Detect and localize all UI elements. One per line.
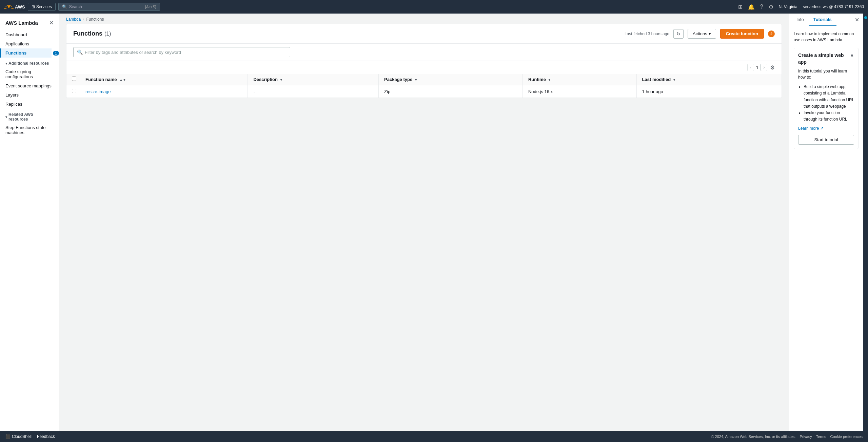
top-navigation: AWS ⊞ Services 🔍 [Alt+S] ⊞ 🔔 ? ⚙ N. Virg… [0,0,868,14]
gear-icon[interactable]: ⚙ [769,4,773,10]
th-description-label: Description [253,77,278,82]
services-button[interactable]: ⊞ Services [28,3,56,11]
main-content: Lambda › Functions Functions (1) Last fe… [59,14,789,431]
table-settings-button[interactable]: ⚙ [770,64,775,71]
th-last-modified-label: Last modified [642,77,671,82]
select-all-checkbox[interactable] [72,77,76,81]
th-select-all [66,74,80,85]
notification-badge[interactable]: 2 [768,30,775,37]
table-toolbar: ‹ 1 › ⚙ [66,61,782,74]
breadcrumb-separator: › [83,17,84,22]
create-function-button[interactable]: Create function [720,29,764,39]
actions-chevron-icon: ▾ [709,31,711,36]
related-resources-section[interactable]: ▾ Related AWS resources [0,109,59,123]
functions-count: (1) [104,31,111,37]
tutorial-desc: In this tutorial you will learn how to: [798,68,854,80]
functions-header-right: Last fetched 3 hours ago ↻ Actions ▾ Cre… [625,29,775,39]
start-tutorial-button[interactable]: Start tutorial [798,135,854,145]
th-last-modified[interactable]: Last modified ▼ [636,74,782,85]
chevron-down-icon-2: ▾ [5,115,7,119]
privacy-link[interactable]: Privacy [800,435,812,439]
refresh-button[interactable]: ↻ [673,29,684,39]
pagination-prev-button[interactable]: ‹ [747,64,754,71]
th-description[interactable]: Description ▼ [248,74,379,85]
pagination-next-button[interactable]: › [761,64,767,71]
sidebar-item-functions[interactable]: Functions [0,48,52,58]
tutorial-card-header: Create a simple web app ∧ [798,52,854,65]
right-panel-body: Learn how to implement common use cases … [789,26,863,431]
apps-icon[interactable]: ⊞ [738,4,743,10]
feedback-button[interactable]: Feedback [37,434,55,439]
right-panel-close-button[interactable]: ✕ [853,15,861,24]
sidebar: AWS Lambda ✕ Dashboard Applications Func… [0,14,59,431]
function-name-link[interactable]: resize-image [85,89,111,94]
terminal-icon: ⬛ [5,434,11,439]
filter-description-icon: ▼ [280,78,283,82]
terms-link[interactable]: Terms [816,435,826,439]
global-search[interactable]: 🔍 [Alt+S] [58,3,160,11]
th-package-type[interactable]: Package type ▼ [379,74,523,85]
sidebar-item-applications[interactable]: Applications [0,39,59,48]
question-icon[interactable]: ? [760,4,763,10]
pagination-current: 1 [756,65,758,70]
sidebar-header: AWS Lambda ✕ [0,18,59,30]
search-icon: 🔍 [62,4,67,9]
filter-runtime-icon: ▼ [548,78,551,82]
sidebar-close-button[interactable]: ✕ [49,20,54,26]
tutorial-card-collapse-button[interactable]: ∧ [850,52,854,59]
breadcrumb: Lambda › Functions [59,14,789,24]
row-description-cell: - [248,85,379,98]
breadcrumb-functions: Functions [86,17,104,22]
actions-button[interactable]: Actions ▾ [688,29,716,39]
bell-icon[interactable]: 🔔 [748,4,755,10]
aws-logo-text: AWS [15,4,25,9]
tab-info[interactable]: Info [792,14,809,26]
sort-function-name-icon: ▲▼ [119,78,126,82]
sidebar-item-layers[interactable]: Layers [0,90,59,100]
services-label: Services [36,4,52,9]
filter-input[interactable] [85,50,287,55]
sidebar-item-dashboard[interactable]: Dashboard [0,30,59,39]
cloudshell-button[interactable]: ⬛ CloudShell [5,434,32,439]
additional-resources-section[interactable]: ▾ Additional resources [0,58,59,67]
th-function-name[interactable]: Function name ▲▼ [80,74,248,85]
functions-title: Functions [73,30,102,37]
nav-right: ⊞ 🔔 ? ⚙ N. Virginia serverless-ws @ 4783… [738,4,864,10]
th-runtime[interactable]: Runtime ▼ [522,74,636,85]
bottom-bar: ⬛ CloudShell Feedback © 2024, Amazon Web… [0,431,868,442]
side-tray-indicator[interactable] [864,16,867,19]
external-link-icon: ↗ [820,126,824,131]
cloudshell-label: CloudShell [12,434,32,439]
sidebar-item-event-source[interactable]: Event source mappings [0,81,59,90]
tutorial-bullet-2: Invoke your function through its functio… [804,110,854,123]
row-checkbox-cell [66,85,80,98]
cookie-preferences-link[interactable]: Cookie preferences [830,435,863,439]
right-panel: Info Tutorials ✕ Learn how to implement … [789,14,863,431]
tutorial-card: Create a simple web app ∧ In this tutori… [794,48,859,149]
sidebar-item-replicas[interactable]: Replicas [0,100,59,109]
table-row: resize-image - Zip Node.js 16.x 1 hour a… [66,85,782,98]
functions-badge: 1 [53,51,59,56]
filter-modified-icon: ▼ [673,78,676,82]
row-package-type-cell: Zip [379,85,523,98]
search-input[interactable] [69,4,143,9]
right-panel-intro: Learn how to implement common use cases … [794,31,859,43]
grid-icon: ⊞ [32,4,35,9]
tab-tutorials[interactable]: Tutorials [809,14,836,26]
region-selector[interactable]: N. Virginia [779,4,797,9]
filter-input-wrap[interactable]: 🔍 [73,47,290,57]
copyright-text: © 2024, Amazon Web Services, Inc. or its… [711,435,795,439]
tutorial-bullet-1: Build a simple web app, consisting of a … [804,84,854,110]
th-function-name-label: Function name [85,77,117,82]
row-checkbox[interactable] [72,89,76,93]
sidebar-item-step-functions[interactable]: Step Functions state machines [0,123,59,137]
th-runtime-label: Runtime [528,77,546,82]
learn-more-link[interactable]: Learn more ↗ [798,126,854,131]
pagination-controls: ‹ 1 › [747,64,767,71]
bottom-bar-right: © 2024, Amazon Web Services, Inc. or its… [711,435,863,439]
sidebar-item-code-signing[interactable]: Code signing configurations [0,67,59,81]
account-menu[interactable]: serverless-ws @ 4783-7191-2360 [803,4,864,9]
actions-label: Actions [693,31,707,36]
row-runtime-cell: Node.js 16.x [522,85,636,98]
breadcrumb-lambda[interactable]: Lambda [66,17,81,22]
